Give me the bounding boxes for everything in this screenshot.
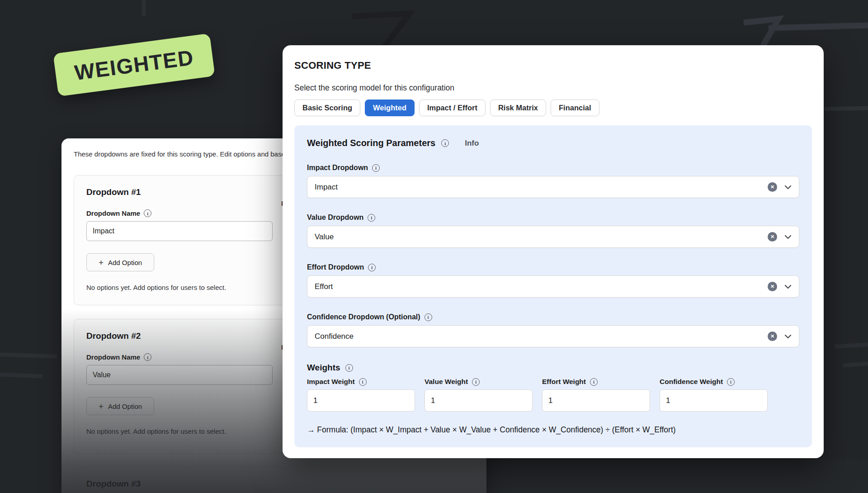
effort-dropdown-group: Effort Dropdown i Effort ✕ bbox=[307, 263, 799, 298]
zigzag-arrow-shape bbox=[744, 19, 778, 47]
formula-text: → Formula: (Impact × W_Impact + Value × … bbox=[307, 425, 799, 435]
edge-line bbox=[0, 374, 42, 376]
effort-dropdown-select[interactable]: Effort ✕ bbox=[307, 275, 799, 298]
effort-weight-cell: Effort Weight i bbox=[542, 378, 650, 412]
dropdown-name-input[interactable] bbox=[86, 365, 273, 385]
chevron-down-icon[interactable] bbox=[784, 235, 792, 239]
effort-dropdown-label: Effort Dropdown bbox=[307, 263, 364, 271]
clear-icon[interactable]: ✕ bbox=[768, 282, 777, 291]
value-dropdown-select[interactable]: Value ✕ bbox=[307, 226, 799, 248]
impact-dropdown-label: Impact Dropdown bbox=[307, 164, 368, 172]
add-option-button[interactable]: + Add Option bbox=[86, 253, 154, 271]
info-icon[interactable]: i bbox=[472, 378, 480, 386]
effort-weight-label: Effort Weight bbox=[542, 378, 586, 386]
value-weight-cell: Value Weight i bbox=[425, 378, 533, 412]
confidence-dropdown-label: Confidence Dropdown (Optional) bbox=[307, 313, 420, 321]
info-icon[interactable]: i bbox=[144, 353, 151, 361]
confidence-weight-label: Confidence Weight bbox=[660, 378, 723, 386]
dropdown-name-input[interactable] bbox=[86, 221, 273, 241]
edge-line bbox=[0, 355, 57, 356]
clear-icon[interactable]: ✕ bbox=[768, 182, 777, 192]
tab-basic-scoring[interactable]: Basic Scoring bbox=[294, 100, 360, 116]
impact-weight-label: Impact Weight bbox=[307, 378, 355, 386]
scoring-type-modal: SCORING TYPE Select the scoring model fo… bbox=[283, 45, 824, 458]
info-icon[interactable]: i bbox=[368, 214, 375, 222]
add-option-button[interactable]: + Add Option bbox=[86, 397, 154, 415]
dropdown-3-title: Dropdown #3 bbox=[86, 479, 458, 489]
edge-line bbox=[843, 364, 868, 365]
plus-icon: + bbox=[99, 402, 104, 411]
confidence-dropdown-group: Confidence Dropdown (Optional) i Confide… bbox=[307, 313, 799, 347]
chevron-down-icon[interactable] bbox=[784, 334, 792, 339]
info-icon[interactable]: i bbox=[359, 378, 367, 386]
info-icon[interactable]: i bbox=[144, 209, 151, 217]
weighted-parameters-panel: Weighted Scoring Parameters i Info Impac… bbox=[294, 125, 812, 447]
selected-value: Effort bbox=[315, 282, 768, 291]
info-icon[interactable]: i bbox=[425, 313, 432, 321]
plus-icon: + bbox=[99, 258, 104, 267]
value-dropdown-group: Value Dropdown i Value ✕ bbox=[307, 213, 799, 248]
weights-heading: Weights bbox=[307, 363, 340, 373]
add-option-label: Add Option bbox=[108, 403, 142, 410]
selected-value: Confidence bbox=[315, 332, 768, 341]
dropdown-name-label: Dropdown Name bbox=[86, 209, 140, 217]
info-icon[interactable]: i bbox=[441, 139, 449, 147]
info-icon[interactable]: i bbox=[345, 364, 353, 372]
dropdown-name-label: Dropdown Name bbox=[86, 353, 140, 361]
confidence-weight-input[interactable] bbox=[660, 389, 768, 412]
clear-icon[interactable]: ✕ bbox=[768, 232, 777, 242]
tab-financial[interactable]: Financial bbox=[551, 100, 599, 116]
chevron-down-icon[interactable] bbox=[784, 185, 792, 190]
value-weight-input[interactable] bbox=[425, 389, 533, 412]
dropdown-3-section: Dropdown #3 bbox=[74, 467, 470, 493]
impact-weight-input[interactable] bbox=[307, 389, 415, 412]
tab-risk-matrix[interactable]: Risk Matrix bbox=[490, 100, 546, 116]
impact-weight-cell: Impact Weight i bbox=[307, 378, 415, 412]
value-weight-label: Value Weight bbox=[425, 378, 468, 386]
impact-dropdown-select[interactable]: Impact ✕ bbox=[307, 176, 799, 198]
modal-subtitle: Select the scoring model for this config… bbox=[294, 83, 812, 93]
edge-line bbox=[835, 345, 868, 346]
confidence-weight-cell: Confidence Weight i bbox=[660, 378, 768, 412]
weights-grid: Impact Weight i Value Weight i Effort We… bbox=[307, 378, 799, 412]
selected-value: Value bbox=[315, 232, 768, 242]
info-icon[interactable]: i bbox=[727, 378, 735, 386]
background-panel-shape bbox=[488, 460, 868, 493]
chevron-down-icon[interactable] bbox=[784, 284, 792, 289]
value-dropdown-label: Value Dropdown bbox=[307, 213, 363, 222]
scoring-type-tabs: Basic Scoring Weighted Impact / Effort R… bbox=[294, 100, 812, 116]
info-icon[interactable]: i bbox=[590, 378, 598, 386]
confidence-dropdown-select[interactable]: Confidence ✕ bbox=[307, 325, 799, 347]
selected-value: Impact bbox=[315, 183, 768, 192]
tab-impact-effort[interactable]: Impact / Effort bbox=[419, 100, 486, 116]
effort-weight-input[interactable] bbox=[542, 389, 650, 412]
add-option-label: Add Option bbox=[108, 259, 142, 266]
tab-weighted[interactable]: Weighted bbox=[365, 100, 415, 116]
info-icon[interactable]: i bbox=[368, 264, 376, 271]
horizontal-line-shape bbox=[769, 25, 868, 28]
impact-dropdown-group: Impact Dropdown i Impact ✕ bbox=[307, 164, 799, 198]
panel-heading: Weighted Scoring Parameters bbox=[307, 138, 435, 148]
info-icon[interactable]: i bbox=[372, 164, 380, 172]
clear-icon[interactable]: ✕ bbox=[768, 332, 777, 341]
screen: WEIGHTED These dropdowns are fixed for t… bbox=[0, 0, 868, 493]
info-link[interactable]: Info bbox=[465, 139, 479, 148]
modal-title: SCORING TYPE bbox=[294, 60, 812, 71]
edge-line bbox=[825, 108, 868, 109]
